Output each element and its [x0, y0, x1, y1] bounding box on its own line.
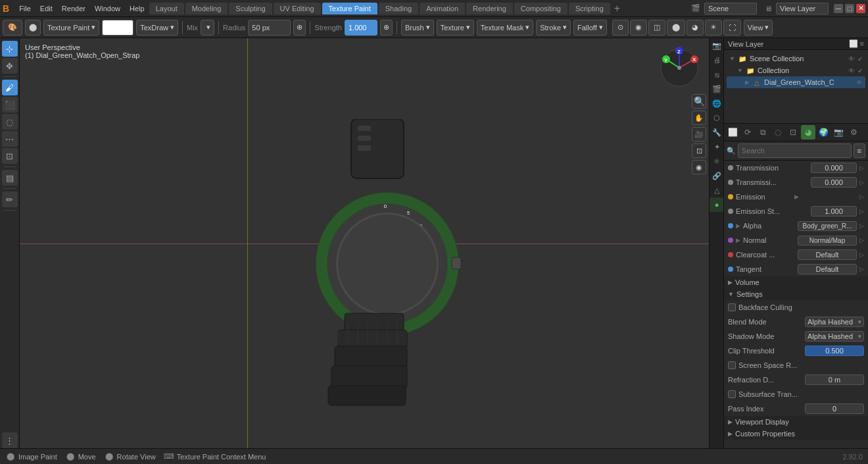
transmission2-value[interactable]: 0.000: [811, 177, 857, 188]
add-workspace-btn[interactable]: +: [612, 3, 623, 14]
tab-layout[interactable]: Layout: [149, 3, 184, 14]
fill-tool-btn[interactable]: ⬛: [2, 97, 18, 113]
obj-eye-icon[interactable]: 👁: [856, 79, 863, 86]
tab-rendering[interactable]: Rendering: [466, 3, 513, 14]
render-props-icon[interactable]: 📷: [710, 38, 724, 53]
props-icon-5[interactable]: ⊡: [786, 125, 800, 140]
brush-icon-btn[interactable]: ⬤: [25, 20, 41, 36]
pan-btn[interactable]: ✋: [692, 111, 706, 125]
normal-expand-arrow[interactable]: ▶: [736, 237, 740, 244]
physics-props-icon[interactable]: ⚛: [710, 154, 724, 168]
tab-shading[interactable]: Shading: [379, 3, 418, 14]
stroke-dropdown[interactable]: Stroke ▾: [536, 20, 571, 36]
modifier-props-icon[interactable]: 🔧: [710, 125, 724, 140]
viewport-shading-btn[interactable]: ⊙: [612, 20, 629, 36]
brush-name-dropdown[interactable]: TexDraw ▾: [136, 20, 178, 36]
move-tool-btn[interactable]: ✥: [2, 58, 18, 74]
brush-dropdown[interactable]: Brush ▾: [401, 20, 434, 36]
props-icon-4[interactable]: ◌: [771, 125, 785, 140]
backface-culling-checkbox[interactable]: [728, 303, 736, 311]
menu-file[interactable]: File: [14, 3, 36, 14]
radius-lock-btn[interactable]: ⊕: [293, 20, 306, 36]
soften-tool-btn[interactable]: ◌: [2, 114, 18, 130]
view-layer-input[interactable]: [776, 3, 829, 14]
emission-expand-arrow[interactable]: ▶: [794, 193, 799, 200]
tab-texture-paint[interactable]: Texture Paint: [322, 3, 377, 14]
draw-brush-btn[interactable]: 🖌: [2, 80, 18, 95]
refraction-d-value[interactable]: 0 m: [805, 374, 864, 385]
outliner-collection[interactable]: ▼ 📁 Collection 👁 ✓: [727, 64, 865, 76]
filter-icon-btn[interactable]: ⬜: [725, 125, 740, 140]
menu-window[interactable]: Window: [90, 3, 125, 14]
alpha-expand-arrow[interactable]: ▶: [736, 222, 740, 229]
zoom-in-btn[interactable]: 🔍: [692, 94, 706, 109]
menu-help[interactable]: Help: [125, 3, 149, 14]
world-props-icon[interactable]: 🌐: [710, 96, 724, 111]
constraints-icon[interactable]: 🔗: [710, 168, 724, 183]
tangent-value[interactable]: Default: [798, 264, 857, 274]
cursor-tool-btn[interactable]: ⊹: [2, 41, 18, 57]
camera-orbit-btn[interactable]: 🎥: [692, 127, 706, 142]
props-icon-3[interactable]: ⧉: [756, 125, 770, 140]
screen-space-checkbox[interactable]: [728, 361, 736, 369]
radius-input[interactable]: [248, 20, 291, 36]
rendered-preview-btn[interactable]: ☀: [705, 20, 722, 36]
xray-btn[interactable]: ◫: [648, 20, 665, 36]
outliner-object[interactable]: ▶ △ Dial_Green_Watch_C 👁: [727, 76, 865, 88]
props-icon-7[interactable]: 🌍: [816, 125, 831, 140]
tab-sculpting[interactable]: Sculpting: [229, 3, 272, 14]
props-icon-material-active[interactable]: ◕: [801, 125, 815, 140]
col-eye-icon[interactable]: 👁: [848, 67, 855, 74]
viewport-display-section[interactable]: ▶ Viewport Display: [724, 416, 868, 428]
texture-dropdown[interactable]: Texture ▾: [437, 20, 474, 36]
props-filter-btn[interactable]: ≡: [854, 143, 865, 158]
view-layer-props-icon[interactable]: ⧅: [710, 67, 724, 82]
menu-render[interactable]: Render: [57, 3, 90, 14]
tab-scripting[interactable]: Scripting: [569, 3, 610, 14]
scene-input[interactable]: [704, 3, 757, 14]
viewport-gizmo[interactable]: X Y Z: [656, 45, 702, 91]
viewport-overlay-btn[interactable]: ◉: [630, 20, 647, 36]
smear-tool-btn[interactable]: ⋯: [2, 131, 18, 147]
view-dropdown[interactable]: View ▾: [744, 20, 773, 36]
falloff-dropdown[interactable]: Falloff ▾: [573, 20, 607, 36]
color-picker[interactable]: [102, 20, 133, 36]
mask-tool-btn[interactable]: ▤: [2, 170, 18, 186]
filter-icon[interactable]: ⬜: [849, 39, 858, 48]
pass-index-field[interactable]: 0: [805, 403, 864, 414]
blend-mode-select[interactable]: Alpha Hashed ▾: [805, 317, 864, 327]
shadow-mode-select[interactable]: Alpha Hashed ▾: [805, 331, 864, 342]
subsurface-checkbox[interactable]: [728, 390, 736, 398]
toggle-ortho-btn[interactable]: ⊡: [692, 143, 706, 158]
object-data-icon[interactable]: △: [710, 183, 724, 197]
volume-section-header[interactable]: ▶ Volume: [724, 276, 868, 288]
output-props-icon[interactable]: 🖨: [710, 53, 724, 67]
col-check-icon[interactable]: ✓: [857, 67, 863, 74]
clearcoat-value[interactable]: Default: [798, 249, 857, 260]
solid-shading-btn[interactable]: ⬤: [667, 20, 685, 36]
settings-section-header[interactable]: ▼ Settings: [724, 288, 868, 300]
tab-compositing[interactable]: Compositing: [514, 3, 567, 14]
clone-tool-btn[interactable]: ⊡: [2, 148, 18, 164]
material-props-icon[interactable]: ●: [710, 197, 724, 212]
particles-props-icon[interactable]: ✦: [710, 140, 724, 154]
tab-uv-editing[interactable]: UV Editing: [274, 3, 321, 14]
sort-icon-btn[interactable]: ⟳: [740, 125, 755, 140]
custom-props-section[interactable]: ▶ Custom Properties: [724, 428, 868, 440]
fullscreen-btn[interactable]: ⛶: [723, 20, 741, 36]
texture-mask-dropdown[interactable]: Texture Mask ▾: [477, 20, 533, 36]
props-icon-9[interactable]: ⚙: [846, 125, 861, 140]
strength-lock-btn[interactable]: ⊕: [380, 20, 393, 36]
menu-edit[interactable]: Edit: [36, 3, 57, 14]
tool-mode-dropdown[interactable]: Texture Paint ▾: [43, 20, 99, 36]
measure-btn[interactable]: ⋮: [2, 432, 18, 448]
props-search-input[interactable]: [738, 143, 852, 158]
blend-mode-dropdown[interactable]: ▾: [201, 20, 214, 36]
object-props-icon[interactable]: ⬡: [710, 111, 724, 125]
scene-collection-cam-icon[interactable]: ✓: [857, 55, 863, 63]
emission-strength-value[interactable]: 1.000: [811, 206, 857, 217]
material-preview-btn[interactable]: ◕: [687, 20, 704, 36]
close-btn[interactable]: ✕: [856, 4, 865, 13]
maximize-btn[interactable]: □: [845, 4, 854, 13]
transmission-value[interactable]: 0.000: [811, 163, 857, 173]
